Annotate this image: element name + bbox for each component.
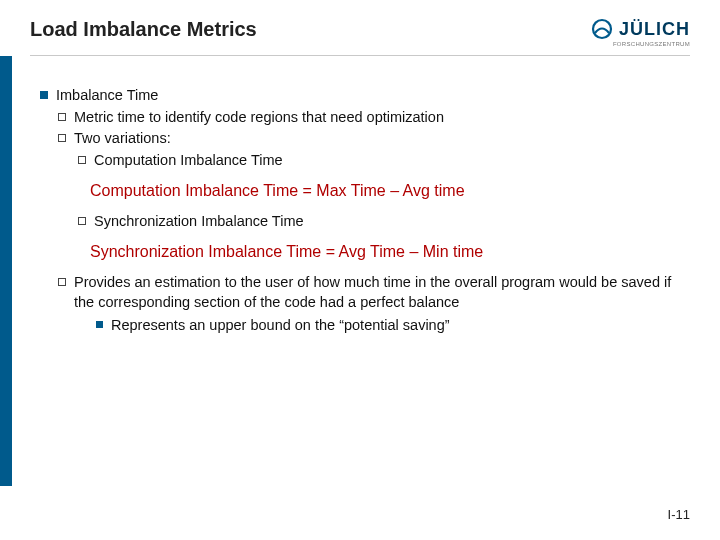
slide-header: Load Imbalance Metrics JÜLICH FORSCHUNGS… <box>0 0 720 47</box>
bullet-level1: Imbalance Time <box>40 86 690 106</box>
bullet-level2: Metric time to identify code regions tha… <box>58 108 690 128</box>
bullet-text: Metric time to identify code regions tha… <box>74 108 444 128</box>
formula-computation: Computation Imbalance Time = Max Time – … <box>90 180 690 202</box>
logo-row: JÜLICH <box>591 18 690 40</box>
bullet-text: Computation Imbalance Time <box>94 151 283 171</box>
slide-body: Imbalance Time Metric time to identify c… <box>0 56 720 336</box>
bullet-text: Provides an estimation to the user of ho… <box>74 273 690 312</box>
filled-square-icon <box>40 91 48 99</box>
bullet-text: Synchronization Imbalance Time <box>94 212 304 232</box>
hollow-square-icon <box>78 156 86 164</box>
filled-square-icon <box>96 321 103 328</box>
logo-mark-icon <box>591 18 613 40</box>
hollow-square-icon <box>58 134 66 142</box>
page-number: I-11 <box>668 507 690 522</box>
hollow-square-icon <box>58 113 66 121</box>
slide-title: Load Imbalance Metrics <box>30 18 257 41</box>
julich-logo: JÜLICH FORSCHUNGSZENTRUM <box>591 18 690 47</box>
hollow-square-icon <box>78 217 86 225</box>
bullet-text: Imbalance Time <box>56 86 158 106</box>
logo-subtext: FORSCHUNGSZENTRUM <box>613 41 690 47</box>
bullet-level2: Provides an estimation to the user of ho… <box>58 273 690 312</box>
formula-synchronization: Synchronization Imbalance Time = Avg Tim… <box>90 241 690 263</box>
bullet-level4: Represents an upper bound on the “potent… <box>96 316 690 336</box>
bullet-text: Two variations: <box>74 129 171 149</box>
bullet-text: Represents an upper bound on the “potent… <box>111 316 450 336</box>
left-accent-bar <box>0 56 12 486</box>
hollow-square-icon <box>58 278 66 286</box>
bullet-level2: Two variations: <box>58 129 690 149</box>
bullet-level3: Computation Imbalance Time <box>78 151 690 171</box>
bullet-level3: Synchronization Imbalance Time <box>78 212 690 232</box>
logo-text: JÜLICH <box>619 19 690 40</box>
